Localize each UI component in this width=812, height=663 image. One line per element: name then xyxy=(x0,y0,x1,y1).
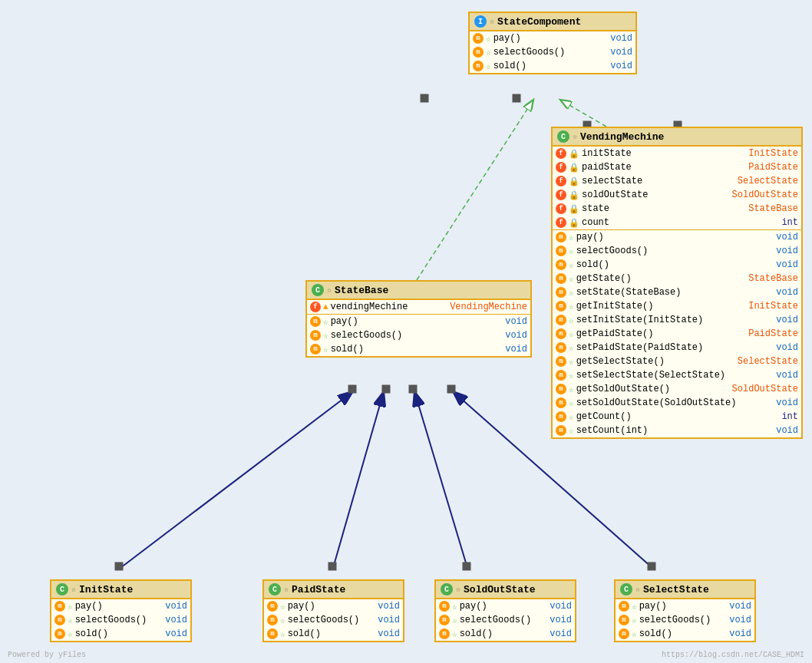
table-row: m ☆ sold() void xyxy=(616,627,754,641)
table-row: m ☆ pay() void xyxy=(264,599,403,613)
table-row: m ☆ sold() void xyxy=(470,59,635,73)
class-icon: C xyxy=(269,583,281,595)
table-row: m ☆ getSelectState() SelectState xyxy=(553,355,801,368)
table-row: f 🔒 initState InitState xyxy=(553,147,801,160)
table-row: m ☆ getCount() int xyxy=(553,410,801,424)
table-row: m ☆ sold() void xyxy=(553,258,801,272)
table-row: m ☆ pay() void xyxy=(436,599,575,613)
InitState-header: C ☆ InitState xyxy=(51,581,190,599)
svg-rect-17 xyxy=(513,94,520,102)
svg-rect-11 xyxy=(648,562,655,570)
svg-line-3 xyxy=(560,100,606,127)
svg-line-5 xyxy=(333,391,384,568)
StateBase-name: StateBase xyxy=(335,285,388,296)
class-icon: C xyxy=(56,583,68,595)
table-row: m ☆ selectGoods() void xyxy=(553,244,801,258)
table-row: m ☆ selectGoods() void xyxy=(51,613,190,627)
table-row: m ☆ getInitState() InitState xyxy=(553,299,801,313)
svg-rect-16 xyxy=(421,94,428,102)
svg-line-6 xyxy=(414,391,467,568)
interface-icon: I xyxy=(474,15,487,28)
SelectState-header: C ☆ SelectState xyxy=(616,581,754,599)
table-row: f ▲ vendingMechine VendingMechine xyxy=(307,300,530,314)
table-row: m ☆ getState() StateBase xyxy=(553,272,801,285)
PaidState-box: C ☆ PaidState m ☆ pay() void m ☆ selectG… xyxy=(262,579,404,642)
svg-line-2 xyxy=(417,100,533,280)
svg-rect-14 xyxy=(409,385,417,393)
SoldOutState-name: SoldOutState xyxy=(464,584,536,595)
table-row: m ☆ pay() void xyxy=(307,315,530,328)
table-row: m ☆ selectGoods() void xyxy=(470,45,635,59)
table-row: m ☆ setPaidState(PaidState) void xyxy=(553,341,801,355)
table-row: m ☆ selectGoods() void xyxy=(264,613,403,627)
StateComponent-methods: m ☆ pay() void m ☆ selectGoods() void m … xyxy=(470,31,635,73)
table-row: f 🔒 soldOutState SoldOutState xyxy=(553,188,801,202)
table-row: m ☆ pay() void xyxy=(553,230,801,244)
table-row: m ☆ pay() void xyxy=(51,599,190,613)
table-row: f 🔒 paidState PaidState xyxy=(553,160,801,174)
svg-rect-15 xyxy=(447,385,455,393)
table-row: f 🔒 count int xyxy=(553,216,801,229)
SelectState-box: C ☆ SelectState m ☆ pay() void m ☆ selec… xyxy=(614,579,756,642)
watermark-left: Powered by yFiles xyxy=(8,651,86,659)
VendingMechine-box: C ☆ VendingMechine f 🔒 initState InitSta… xyxy=(551,127,803,439)
table-row: m ☆ setState(StateBase) void xyxy=(553,285,801,299)
table-row: m ☆ setSoldOutState(SoldOutState) void xyxy=(553,396,801,410)
table-row: f 🔒 selectState SelectState xyxy=(553,174,801,188)
VendingMechine-methods: m ☆ pay() void m ☆ selectGoods() void m … xyxy=(553,229,801,437)
StateComponent-name: StateCompoment xyxy=(497,16,581,28)
table-row: m ☆ getSoldOutState() SoldOutState xyxy=(553,382,801,396)
PaidState-header: C ☆ PaidState xyxy=(264,581,403,599)
class-icon: C xyxy=(620,583,632,595)
SoldOutState-box: C ☆ SoldOutState m ☆ pay() void m ☆ sele… xyxy=(434,579,576,642)
svg-line-4 xyxy=(120,391,353,568)
svg-rect-8 xyxy=(115,562,123,570)
svg-rect-13 xyxy=(382,385,390,393)
class-icon: C xyxy=(557,130,569,143)
table-row: m ☆ sold() void xyxy=(307,342,530,356)
table-row: m ☆ sold() void xyxy=(264,627,403,641)
table-row: m ☆ selectGoods() void xyxy=(616,613,754,627)
PaidState-name: PaidState xyxy=(292,584,345,595)
svg-rect-10 xyxy=(463,562,470,570)
SelectState-methods: m ☆ pay() void m ☆ selectGoods() void m … xyxy=(616,599,754,641)
diagram-container: I ☆ StateCompoment m ☆ pay() void m ☆ se… xyxy=(0,0,812,663)
table-row: m ☆ setCount(int) void xyxy=(553,424,801,437)
table-row: m ☆ pay() void xyxy=(616,599,754,613)
StateBase-header: C ☆ StateBase xyxy=(307,282,530,299)
StateComponent-box: I ☆ StateCompoment m ☆ pay() void m ☆ se… xyxy=(468,12,637,74)
watermark-right: https://blog.csdn.net/CASE_HDMI xyxy=(662,651,804,659)
class-icon: C xyxy=(441,583,453,595)
StateBase-methods: m ☆ pay() void m ☆ selectGoods() void m … xyxy=(307,314,530,356)
class-icon: C xyxy=(312,284,324,296)
table-row: m ☆ setInitState(InitState) void xyxy=(553,313,801,327)
SoldOutState-header: C ☆ SoldOutState xyxy=(436,581,575,599)
table-row: m ☆ pay() void xyxy=(470,31,635,45)
InitState-methods: m ☆ pay() void m ☆ selectGoods() void m … xyxy=(51,599,190,641)
SoldOutState-methods: m ☆ pay() void m ☆ selectGoods() void m … xyxy=(436,599,575,641)
table-row: m ☆ selectGoods() void xyxy=(436,613,575,627)
table-row: m ☆ selectGoods() void xyxy=(307,328,530,342)
table-row: m ☆ sold() void xyxy=(436,627,575,641)
SelectState-name: SelectState xyxy=(643,584,709,595)
table-row: m ☆ sold() void xyxy=(51,627,190,641)
StateBase-box: C ☆ StateBase f ▲ vendingMechine Vending… xyxy=(305,280,532,358)
InitState-box: C ☆ InitState m ☆ pay() void m ☆ selectG… xyxy=(50,579,192,642)
VendingMechine-fields: f 🔒 initState InitState f 🔒 paidState Pa… xyxy=(553,146,801,229)
svg-rect-12 xyxy=(348,385,356,393)
table-row: f 🔒 state StateBase xyxy=(553,202,801,216)
VendingMechine-header: C ☆ VendingMechine xyxy=(553,128,801,146)
InitState-name: InitState xyxy=(79,584,133,595)
svg-rect-9 xyxy=(328,562,336,570)
table-row: m ☆ setSelectState(SelectState) void xyxy=(553,368,801,382)
PaidState-methods: m ☆ pay() void m ☆ selectGoods() void m … xyxy=(264,599,403,641)
VendingMechine-name: VendingMechine xyxy=(580,131,664,143)
table-row: m ☆ getPaidState() PaidState xyxy=(553,327,801,341)
StateComponent-header: I ☆ StateCompoment xyxy=(470,13,635,31)
StateBase-fields: f ▲ vendingMechine VendingMechine xyxy=(307,299,530,314)
